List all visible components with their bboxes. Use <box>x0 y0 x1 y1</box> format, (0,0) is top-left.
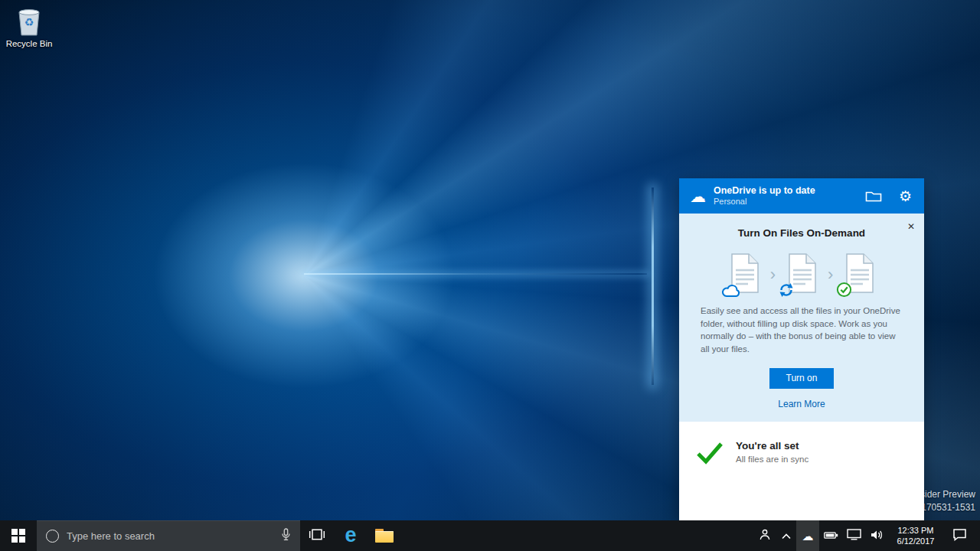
onedrive-flyout-header: ☁ OneDrive is up to date Personal ⚙ <box>679 178 924 214</box>
files-on-demand-illustration: › <box>679 253 924 294</box>
windows-desktop-screen: ♻ Recycle Bin sider Preview 170531-1531 … <box>0 0 980 551</box>
onedrive-header-actions: ⚙ <box>864 187 913 205</box>
recycle-bin-label: Recycle Bin <box>5 39 54 48</box>
insider-preview-watermark: sider Preview 170531-1531 <box>920 488 975 514</box>
action-center-button[interactable] <box>943 520 975 551</box>
onedrive-status-title: OneDrive is up to date <box>714 185 864 197</box>
onedrive-cloud-icon: ☁ <box>690 188 706 204</box>
document-online-only <box>727 253 761 294</box>
clock[interactable]: 12:33 PM 6/12/2017 <box>888 520 943 551</box>
display-tray-button[interactable] <box>842 520 865 551</box>
sync-status-subtitle: All files are in sync <box>736 455 808 464</box>
document-syncing <box>785 253 818 294</box>
sync-status-title: You're all set <box>736 440 808 452</box>
watermark-line-2: 170531-1531 <box>920 501 975 514</box>
recycle-symbol-icon: ♻ <box>24 16 34 28</box>
taskbar-search-box[interactable] <box>37 520 300 551</box>
settings-button[interactable]: ⚙ <box>897 187 913 205</box>
chevron-right-icon: › <box>769 265 777 285</box>
promo-title: Turn On Files On-Demand <box>679 227 924 239</box>
check-badge-icon <box>836 282 852 298</box>
show-hidden-icons-button[interactable] <box>776 520 796 551</box>
open-folder-button[interactable] <box>864 187 884 204</box>
speaker-icon <box>870 530 884 543</box>
system-tray: ☁ <box>753 520 980 551</box>
sync-status-text: You're all set All files are in sync <box>736 440 808 464</box>
sync-badge-icon <box>779 282 794 298</box>
watermark-line-1: sider Preview <box>920 488 975 501</box>
gear-icon: ⚙ <box>899 188 912 204</box>
chevron-up-icon <box>781 530 792 542</box>
close-promo-button[interactable]: ✕ <box>905 219 917 234</box>
edge-browser-button[interactable]: e <box>334 520 368 551</box>
cloud-badge-icon <box>721 285 741 298</box>
promo-description: Easily see and access all the files in y… <box>679 305 924 356</box>
onedrive-tray-button[interactable]: ☁ <box>796 520 819 551</box>
task-view-icon <box>309 528 325 543</box>
document-synced <box>842 253 876 294</box>
folder-outline-icon <box>865 194 882 205</box>
task-view-button[interactable] <box>300 520 334 551</box>
recycle-bin-shortcut[interactable]: ♻ Recycle Bin <box>5 6 54 48</box>
windows-logo-icon <box>11 529 25 543</box>
battery-tray-button[interactable] <box>819 520 842 551</box>
people-button[interactable] <box>753 520 776 551</box>
recycle-bin-icon: ♻ <box>15 6 43 37</box>
files-on-demand-promo: ✕ Turn On Files On-Demand <box>679 214 924 422</box>
file-explorer-icon <box>375 529 394 543</box>
cortana-icon <box>46 530 59 543</box>
start-button[interactable] <box>0 520 37 551</box>
sync-status-section: You're all set All files are in sync <box>679 422 924 520</box>
clock-time: 12:33 PM <box>897 525 933 536</box>
onedrive-flyout: ☁ OneDrive is up to date Personal ⚙ <box>679 178 924 520</box>
close-icon: ✕ <box>907 221 915 232</box>
clock-date: 6/12/2017 <box>897 536 935 546</box>
chevron-right-icon: › <box>826 265 835 285</box>
display-icon <box>847 529 861 543</box>
turn-on-button[interactable]: Turn on <box>769 368 834 389</box>
search-input[interactable] <box>67 530 273 542</box>
onedrive-tray-cloud-icon: ☁ <box>802 530 814 542</box>
onedrive-header-text: OneDrive is up to date Personal <box>714 185 864 207</box>
file-explorer-button[interactable] <box>368 520 401 551</box>
volume-tray-button[interactable] <box>865 520 888 551</box>
taskbar: e <box>0 520 980 551</box>
learn-more-link[interactable]: Learn More <box>778 399 825 409</box>
people-icon <box>759 529 771 543</box>
onedrive-account-label: Personal <box>714 197 864 207</box>
edge-icon: e <box>345 525 356 546</box>
green-check-icon <box>696 442 724 465</box>
action-center-icon <box>952 528 967 543</box>
battery-icon <box>824 530 838 542</box>
microphone-icon[interactable] <box>281 528 291 544</box>
